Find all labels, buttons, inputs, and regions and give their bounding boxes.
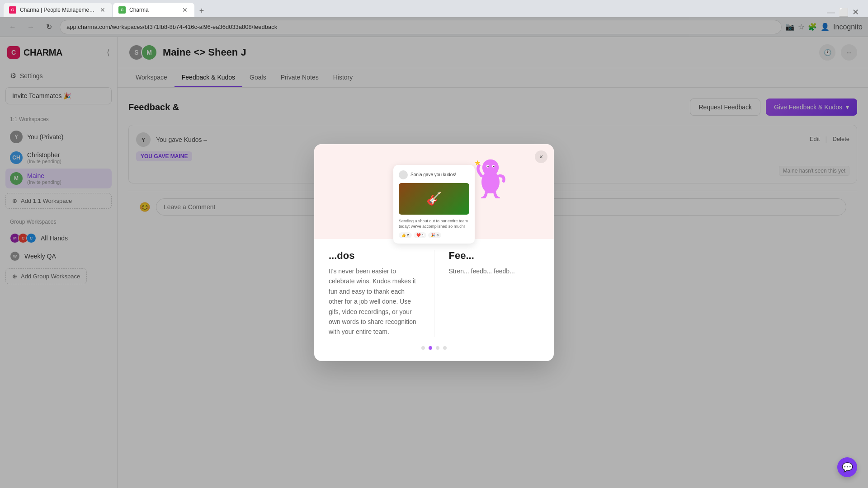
chat-bubble-button[interactable]: 💬 <box>837 457 857 477</box>
tab-close-2[interactable]: ✕ <box>181 6 189 14</box>
svg-point-4 <box>487 166 489 168</box>
kudos-reaction-heart: ❤️ 1 <box>414 232 427 238</box>
modal-feedback-text: Stren... feedb... feedb... <box>449 266 540 276</box>
modal-dot-1[interactable] <box>421 346 425 350</box>
kudos-preview-card: Sonia gave you kudos! 🎸 Sending a shout … <box>393 165 475 244</box>
kudos-preview-name: Sonia gave you kudos! <box>410 172 456 177</box>
modal-content-row: ...dos It's never been easier to celebra… <box>329 250 539 337</box>
modal-dot-4[interactable] <box>443 346 447 350</box>
kudos-preview-text: Sending a shout out to our entire team t… <box>399 218 469 230</box>
mascot: ★ <box>472 153 509 200</box>
modal-body: ...dos It's never been easier to celebra… <box>314 239 554 361</box>
modal-dot-2[interactable] <box>429 346 432 350</box>
tab-title-2: Charma <box>129 7 177 13</box>
close-window-button[interactable]: ✕ <box>852 7 859 17</box>
kudos-preview-avatar <box>399 170 408 179</box>
kudos-reaction-party: 🎉 3 <box>428 232 441 238</box>
minimize-button[interactable]: — <box>827 8 835 17</box>
mascot-svg: ★ <box>472 153 509 198</box>
modal-progress-dots <box>329 346 539 350</box>
tab-favicon-1: C <box>9 6 16 14</box>
tab-bar: C Charma | People Management S... ✕ C Ch… <box>0 0 868 17</box>
kudos-reaction-thumbs: 👍 2 <box>399 232 412 238</box>
kudos-preview-header: Sonia gave you kudos! <box>399 170 469 179</box>
modal-section-kudos: ...dos It's never been easier to celebra… <box>329 250 420 337</box>
tab-close-1[interactable]: ✕ <box>99 6 107 14</box>
modal-kudos-text: It's never been easier to celebrate wins… <box>329 266 420 337</box>
tab-charma-people[interactable]: C Charma | People Management S... ✕ <box>4 3 112 17</box>
modal-dot-3[interactable] <box>436 346 439 350</box>
tab-favicon-2: C <box>118 6 126 14</box>
svg-text:★: ★ <box>474 159 481 167</box>
onboarding-modal: × Sonia gave you kudos! 🎸 Sending a shou… <box>314 144 554 361</box>
tab-title-1: Charma | People Management S... <box>20 7 95 13</box>
modal-illustration: × Sonia gave you kudos! 🎸 Sending a shou… <box>314 144 554 239</box>
kudos-preview-image: 🎸 <box>399 183 469 215</box>
browser-window: C Charma | People Management S... ✕ C Ch… <box>0 0 868 488</box>
modal-footer: Back Next <box>314 361 554 361</box>
modal-section-feedback: Fee... Stren... feedb... feedb... <box>434 250 540 337</box>
maximize-button[interactable]: ⬜ <box>839 7 849 17</box>
svg-point-5 <box>493 166 495 168</box>
modal-close-button[interactable]: × <box>535 150 547 163</box>
new-tab-button[interactable]: + <box>195 5 208 17</box>
svg-point-1 <box>482 160 499 176</box>
modal-kudos-title: ...dos <box>329 250 420 262</box>
tab-charma[interactable]: C Charma ✕ <box>113 3 194 17</box>
kudos-preview-reactions: 👍 2 ❤️ 1 🎉 3 <box>399 232 469 238</box>
modal-overlay: × Sonia gave you kudos! 🎸 Sending a shou… <box>0 17 868 488</box>
modal-feedback-title: Fee... <box>449 250 540 262</box>
